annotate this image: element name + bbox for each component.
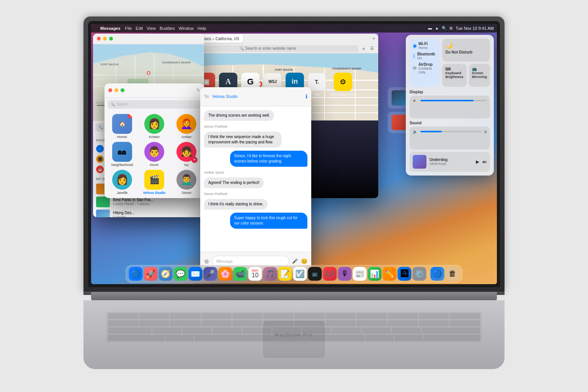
fav-design[interactable]: ⊙ The Design Files	[330, 73, 356, 96]
minimize-button[interactable]	[103, 37, 107, 41]
msg-maximize[interactable]	[121, 88, 124, 92]
dock-numbers[interactable]: 📊	[368, 267, 382, 281]
msg-close[interactable]	[108, 88, 112, 92]
kb-key	[108, 335, 165, 341]
msg-3: Simon, I'd like to finesse the night sce…	[230, 151, 308, 167]
dock-notes[interactable]: 📝	[278, 267, 292, 281]
fav-tait-icon: T.	[308, 73, 326, 91]
dock-mail[interactable]: ✉️	[189, 267, 203, 281]
dock-finder[interactable]: 🔵	[129, 267, 143, 281]
guide-parks-detail: Lonely Planet · 7 places	[113, 202, 201, 206]
dock-news[interactable]: 📰	[353, 267, 367, 281]
maximize-button[interactable]	[109, 37, 113, 41]
menubar-app-name[interactable]: Messages	[100, 26, 121, 31]
menubar-left: Messages File Edit View Buddies Window H…	[94, 26, 206, 31]
contact-simon-name: Simon	[181, 191, 191, 195]
menu-window[interactable]: Window	[179, 26, 194, 31]
contact-janelle[interactable]: 👩 Janelle	[108, 170, 137, 195]
search-icon[interactable]: 🔍	[442, 26, 446, 30]
display-slider[interactable]	[420, 100, 487, 101]
playback-controls: ▶ ⏭	[476, 159, 487, 164]
now-playing-artwork	[413, 155, 426, 169]
dock-messages[interactable]: 💬	[174, 267, 188, 281]
control-center-icon[interactable]: ⊞	[449, 26, 452, 30]
emoji-icon[interactable]: 😊	[301, 258, 307, 264]
dock-safari[interactable]: 🧭	[159, 267, 173, 281]
dock-calendar[interactable]: NOV 10	[248, 267, 262, 281]
cc-dnd-tile[interactable]: 🌙 Do Not Disturb	[442, 39, 490, 62]
contact-neighborhood[interactable]: 🏘 Neighborhood	[108, 142, 137, 167]
dock-siri[interactable]: 🎤	[204, 267, 217, 281]
kb-key	[423, 335, 480, 341]
contact-simon[interactable]: 👨‍🦱 Simon	[172, 170, 201, 195]
search-icon: 🔍	[111, 102, 115, 106]
sound-slider-fill	[420, 131, 442, 132]
menu-help[interactable]: Help	[198, 26, 206, 31]
search-icon: 🔍	[98, 125, 103, 129]
kb-key	[294, 313, 325, 319]
cc-display-label: Display	[410, 90, 490, 94]
menu-view[interactable]: View	[147, 26, 156, 31]
macbook-laptop: Messages File Edit View Buddies Window H…	[83, 16, 505, 376]
info-icon[interactable]: ℹ	[305, 93, 307, 99]
cc-screen-tile[interactable]: 📺 Screen Mirroring	[469, 64, 490, 87]
msg-minimize[interactable]	[114, 88, 118, 92]
kb-key	[212, 327, 242, 333]
dock-music[interactable]: 🎶	[323, 267, 337, 281]
skip-button[interactable]: ⏭	[482, 159, 487, 164]
cc-keyboard-label: Keyboard Brightness	[445, 71, 463, 79]
dock-appletv[interactable]: 📺	[308, 267, 322, 281]
safari-url-text: Search or enter website name	[245, 46, 296, 50]
contact-kevin[interactable]: 👨 Kevin	[140, 142, 169, 167]
battery-icon: ▬	[428, 26, 432, 30]
close-button[interactable]	[97, 37, 101, 41]
menu-buddies[interactable]: Buddies	[160, 26, 175, 31]
kb-key	[325, 313, 356, 319]
dock-podcasts[interactable]: 🎙	[338, 267, 352, 281]
microphone-icon[interactable]: 🎤	[292, 259, 298, 264]
contact-amber[interactable]: 👩‍🦰 Amber	[172, 114, 201, 139]
attachment-icon[interactable]: ⊕	[204, 258, 209, 265]
dock-launchpad[interactable]: 🚀	[144, 267, 158, 281]
sound-slider[interactable]	[420, 131, 482, 132]
dock-systemprefs[interactable]: ⚙️	[413, 267, 426, 281]
cc-airdrop-sublabel: Contacts Only	[418, 67, 437, 74]
messages-contacts-grid: 🏠 3 Home! 👩 Kristen	[105, 111, 204, 198]
dock-music-note[interactable]: 🎵	[263, 267, 277, 281]
cc-airdrop-label: AirDrop	[418, 62, 437, 67]
contact-velosa[interactable]: 🎬 Velosa Studio	[140, 170, 169, 195]
cc-screen-label: Screen Mirroring	[472, 71, 487, 79]
kb-key	[201, 320, 232, 326]
compose-icon[interactable]: ✎	[196, 88, 200, 93]
dock-trash[interactable]: 🗑	[446, 267, 459, 281]
contact-ivy[interactable]: 👧 ♥ Ivy	[172, 142, 201, 167]
safari-new-tab[interactable]: +	[372, 36, 375, 41]
messages-search-placeholder: Search	[116, 102, 129, 106]
messages-search[interactable]: 🔍 Search	[108, 100, 201, 109]
contact-kristen[interactable]: 👩 Kristen	[140, 114, 169, 139]
dock-photos[interactable]: 🌸	[219, 267, 232, 281]
dock-appstore[interactable]: 🅰	[398, 267, 412, 281]
menubar-items: File Edit View Buddies Window Help	[125, 26, 206, 31]
cc-wifi-text: Wi-Fi Home	[418, 42, 428, 50]
play-button[interactable]: ▶	[476, 159, 479, 164]
dock-reminders[interactable]: ☑️	[293, 267, 307, 281]
contact-home[interactable]: 🏠 3 Home!	[108, 114, 137, 139]
sender-simon-2: Simon Pickford	[204, 192, 307, 196]
maps-guide-hiking[interactable]: Hiking Des... 5 places	[96, 208, 201, 217]
cc-bluetooth-text: Bluetooth On	[417, 52, 435, 60]
safari-sidebar[interactable]: ☰	[369, 46, 375, 52]
cc-keyboard-tile[interactable]: ⌨ Keyboard Brightness	[442, 64, 466, 87]
macbook-bottom-bar	[91, 292, 497, 300]
control-center: ◉ Wi-Fi Home ᛒ Bluetooth On	[406, 35, 494, 176]
airplay-icon[interactable]: ⊙	[484, 130, 487, 134]
safari-add-tab[interactable]: +	[361, 46, 367, 52]
to-label: To:	[204, 94, 210, 99]
macbook-trackpad[interactable]	[263, 321, 325, 358]
menu-edit[interactable]: Edit	[136, 26, 143, 31]
safari-url-bar[interactable]: 🔍 Search or enter website name	[178, 45, 358, 52]
dock-facetime[interactable]: 📹	[234, 267, 247, 281]
dock-privacy[interactable]: 🔵	[431, 267, 444, 281]
menu-file[interactable]: File	[125, 26, 132, 31]
dock-pages[interactable]: ✏️	[383, 267, 397, 281]
